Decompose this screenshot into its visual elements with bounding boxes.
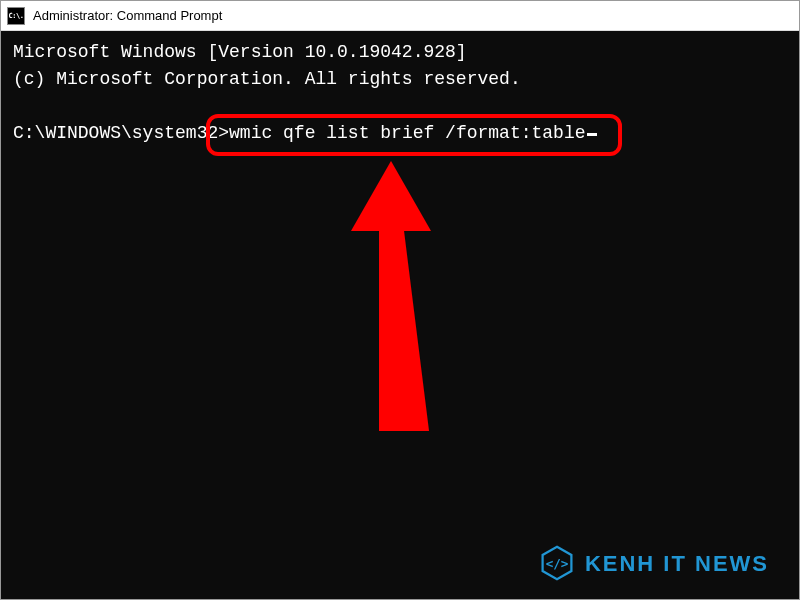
window-title: Administrator: Command Prompt [33, 8, 222, 23]
copyright-line: (c) Microsoft Corporation. All rights re… [13, 66, 787, 93]
blank-line [13, 93, 787, 120]
terminal-area[interactable]: Microsoft Windows [Version 10.0.19042.92… [1, 31, 799, 599]
watermark-text: KENH IT NEWS [585, 547, 769, 580]
arrow-annotation [311, 151, 451, 451]
watermark-logo-icon: </> [539, 545, 575, 581]
version-line: Microsoft Windows [Version 10.0.19042.92… [13, 39, 787, 66]
cmd-icon: C:\. [7, 7, 25, 25]
prompt-line: C:\WINDOWS\system32>wmic qfe list brief … [13, 120, 787, 147]
titlebar: C:\. Administrator: Command Prompt [1, 1, 799, 31]
watermark: </> KENH IT NEWS [539, 545, 769, 581]
svg-marker-0 [351, 161, 431, 431]
prompt-text: C:\WINDOWS\system32> [13, 120, 229, 147]
command-text: wmic qfe list brief /format:table [229, 120, 585, 147]
svg-text:</>: </> [546, 556, 569, 571]
cmd-icon-text: C:\. [9, 12, 24, 20]
cursor [587, 133, 597, 136]
